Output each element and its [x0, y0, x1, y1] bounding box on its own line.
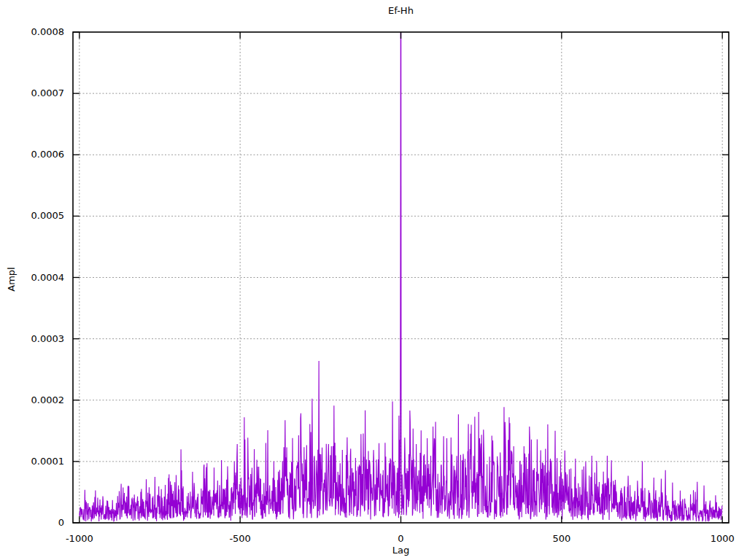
y-tick-label: 0.0005 — [31, 210, 65, 221]
x-tick-label: 500 — [552, 533, 570, 544]
y-tick-label: 0.0001 — [31, 456, 65, 467]
x-tick-label: -1000 — [66, 533, 93, 544]
correlation-series-line — [80, 0, 722, 521]
y-tick-label: 0.0008 — [31, 26, 65, 37]
y-tick-label: 0.0007 — [31, 88, 65, 98]
y-tick-label: 0.0006 — [31, 149, 65, 160]
y-tick-label: 0.0004 — [31, 272, 65, 283]
x-tick-label: 1000 — [711, 533, 735, 544]
plot-canvas: -1000-5000500100000.00010.00020.00030.00… — [0, 0, 747, 560]
y-tick-label: 0.0002 — [31, 394, 65, 405]
y-tick-label: 0 — [58, 517, 64, 528]
x-tick-label: 0 — [398, 533, 403, 544]
x-tick-label: -500 — [229, 533, 251, 544]
plot-window: Ef-Hh Ampl Lag -1000-5000500100000.00010… — [0, 0, 747, 560]
y-tick-label: 0.0003 — [31, 333, 65, 344]
